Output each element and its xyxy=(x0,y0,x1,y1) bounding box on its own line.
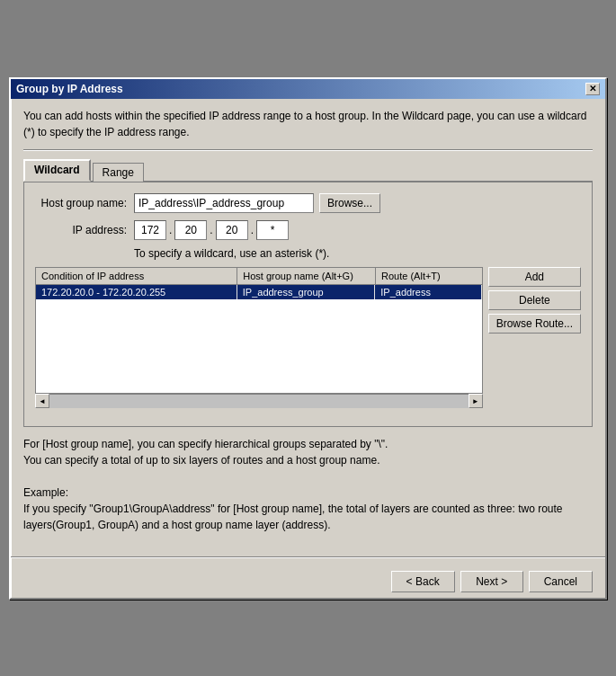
ip-octet-2[interactable] xyxy=(174,220,207,240)
scroll-left-arrow[interactable]: ◄ xyxy=(35,394,49,408)
th-condition: Condition of IP address xyxy=(36,268,237,284)
cancel-button[interactable]: Cancel xyxy=(529,571,593,592)
close-button[interactable]: ✕ xyxy=(585,83,600,95)
ip-address-label: IP address: xyxy=(35,224,134,236)
description-text: You can add hosts within the specified I… xyxy=(23,108,593,140)
ip-address-row: IP address: . . . xyxy=(35,220,581,240)
delete-button[interactable]: Delete xyxy=(488,290,581,310)
td-host-group: IP_address_group xyxy=(237,285,376,299)
next-button[interactable]: Next > xyxy=(460,571,523,592)
ip-octet-1[interactable] xyxy=(134,220,166,240)
notes-section: For [Host group name], you can specify h… xyxy=(23,436,593,533)
host-group-label: Host group name: xyxy=(35,197,134,209)
dialog-title: Group by IP Address xyxy=(16,83,123,95)
ip-dot-1: . xyxy=(166,224,174,236)
ip-octet-3[interactable] xyxy=(216,220,248,240)
tabs-bar: Wildcard Range xyxy=(23,158,593,182)
tab-content-wildcard: Host group name: Browse... IP address: .… xyxy=(23,182,593,427)
notes-line3: Example: xyxy=(23,485,593,501)
footer: < Back Next > Cancel xyxy=(11,565,605,598)
dialog-group-by-ip: Group by IP Address ✕ You can add hosts … xyxy=(9,77,607,600)
title-bar: Group by IP Address ✕ xyxy=(11,79,605,99)
scroll-track[interactable] xyxy=(49,395,469,408)
ip-dot-2: . xyxy=(207,224,215,236)
scroll-right-arrow[interactable]: ► xyxy=(469,394,483,408)
notes-line4: If you specify "Group1\GroupA\address" f… xyxy=(23,501,593,533)
tab-container: Wildcard Range Host group name: Browse..… xyxy=(23,158,593,427)
td-route: IP_address xyxy=(375,285,481,299)
add-button[interactable]: Add xyxy=(488,267,581,287)
th-host-group: Host group name (Alt+G) xyxy=(237,268,376,284)
tab-wildcard[interactable]: Wildcard xyxy=(23,159,91,182)
table-area: Condition of IP address Host group name … xyxy=(35,267,483,408)
dialog-body: You can add hosts within the specified I… xyxy=(11,99,605,549)
browse-route-button[interactable]: Browse Route... xyxy=(488,314,581,334)
ip-input-group: . . . xyxy=(134,220,289,240)
footer-separator xyxy=(11,556,605,558)
notes-line1: For [Host group name], you can specify h… xyxy=(23,436,593,452)
ip-octet-4[interactable] xyxy=(256,220,289,240)
wildcard-hint: To specify a wildcard, use an asterisk (… xyxy=(134,247,581,260)
ip-dot-3: . xyxy=(248,224,256,236)
ip-table: Condition of IP address Host group name … xyxy=(35,267,483,394)
table-header: Condition of IP address Host group name … xyxy=(36,268,482,285)
notes-line2: You can specify a total of up to six lay… xyxy=(23,452,593,468)
host-group-input[interactable] xyxy=(134,193,314,213)
table-row[interactable]: 172.20.20.0 - 172.20.20.255 IP_address_g… xyxy=(36,285,482,299)
table-section: Condition of IP address Host group name … xyxy=(35,267,581,408)
tab-range[interactable]: Range xyxy=(93,163,144,182)
action-buttons: Add Delete Browse Route... xyxy=(488,267,581,408)
separator-top xyxy=(23,149,593,151)
td-condition: 172.20.20.0 - 172.20.20.255 xyxy=(36,285,237,299)
horizontal-scrollbar[interactable]: ◄ ► xyxy=(35,394,483,408)
table-body: 172.20.20.0 - 172.20.20.255 IP_address_g… xyxy=(36,285,482,393)
th-route: Route (Alt+T) xyxy=(376,268,482,284)
browse-button[interactable]: Browse... xyxy=(319,193,380,213)
host-group-row: Host group name: Browse... xyxy=(35,193,581,213)
back-button[interactable]: < Back xyxy=(391,571,455,592)
